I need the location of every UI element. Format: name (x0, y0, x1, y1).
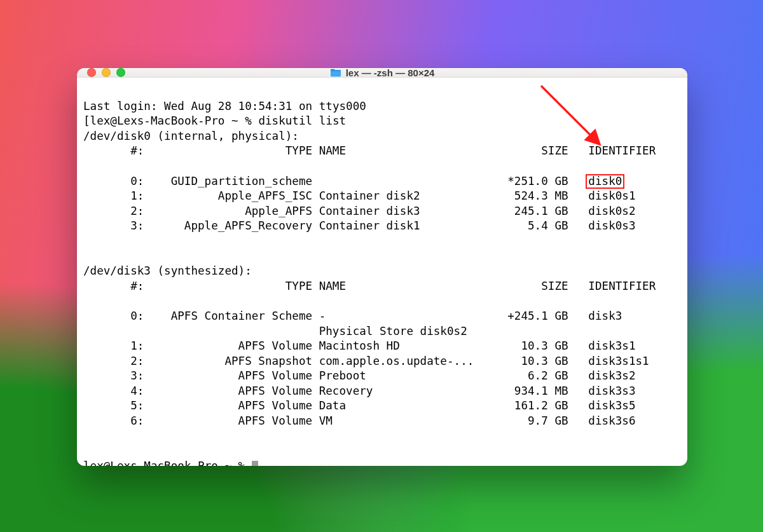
table-row: 3:Apple_APFS_RecoveryContainer disk15.4 … (83, 219, 681, 234)
blank-line (83, 250, 90, 263)
shell-prompt: [lex@Lexs-MacBook-Pro ~ % diskutil list (83, 114, 346, 127)
row-type: APFS Volume (144, 384, 312, 399)
row-index: 5: (104, 399, 144, 414)
row-size: *251.0 GB (501, 174, 568, 189)
row-identifier: disk3s6 (568, 414, 636, 429)
row-type: APFS Snapshot (144, 354, 312, 369)
row-identifier (568, 324, 589, 339)
row-identifier: disk3s3 (568, 384, 636, 399)
table-row: 4:APFS VolumeRecovery934.1 MBdisk3s3 (83, 384, 681, 399)
row-size: 10.3 GB (501, 339, 568, 354)
cursor (252, 461, 259, 466)
row-type: Apple_APFS (144, 204, 312, 219)
annotation-highlight: disk0 (586, 174, 624, 189)
row-name: Container disk2 (312, 189, 501, 204)
shell-prompt-current[interactable]: lex@Lexs-MacBook-Pro ~ % (83, 460, 258, 466)
last-login-line: Last login: Wed Aug 28 10:54:31 on ttys0… (83, 100, 366, 113)
row-type: Apple_APFS_Recovery (144, 219, 312, 234)
row-index: 0: (104, 174, 144, 189)
row-identifier: disk0 (568, 174, 622, 189)
row-identifier: disk3s1 (568, 339, 636, 354)
row-identifier: disk3s5 (568, 399, 636, 414)
table-row: 3:APFS VolumePreboot6.2 GBdisk3s2 (83, 369, 681, 384)
row-identifier: disk3s2 (568, 369, 636, 384)
row-size (501, 324, 568, 339)
row-size: +245.1 GB (501, 309, 568, 324)
row-size: 161.2 GB (501, 399, 568, 414)
table-row: 2:Apple_APFSContainer disk3245.1 GBdisk0… (83, 204, 681, 219)
table-header-row: #:TYPENAMESIZEIDENTIFIER (83, 144, 681, 159)
row-type: Apple_APFS_ISC (144, 189, 312, 204)
row-index: 6: (104, 414, 144, 429)
row-index (104, 324, 144, 339)
row-index: 0: (104, 309, 144, 324)
row-index: 2: (104, 354, 144, 369)
row-type: GUID_partition_scheme (144, 174, 312, 189)
row-name: - (312, 309, 501, 324)
row-type: APFS Volume (144, 339, 312, 354)
row-name: Physical Store disk0s2 (312, 324, 501, 339)
table-row: 5:APFS VolumeData161.2 GBdisk3s5 (83, 399, 681, 414)
annotation-arrow (535, 81, 611, 151)
row-index: 1: (104, 189, 144, 204)
row-type: APFS Volume (144, 369, 312, 384)
row-name: Preboot (312, 369, 501, 384)
minimize-button[interactable] (102, 68, 111, 77)
close-button[interactable] (87, 68, 96, 77)
svg-line-0 (541, 86, 598, 143)
row-type: APFS Volume (144, 399, 312, 414)
table-row: 0:GUID_partition_scheme*251.0 GBdisk0 (83, 174, 681, 189)
row-size: 6.2 GB (501, 369, 568, 384)
terminal-output[interactable]: Last login: Wed Aug 28 10:54:31 on ttys0… (77, 78, 687, 466)
row-type: APFS Volume (144, 414, 312, 429)
disk3-header: /dev/disk3 (synthesized): (83, 264, 252, 277)
row-name: Container disk1 (312, 219, 501, 234)
window-titlebar[interactable]: lex — -zsh — 80×24 (77, 68, 687, 78)
row-name (312, 174, 501, 189)
disk0-header: /dev/disk0 (internal, physical): (83, 130, 299, 142)
row-index: 3: (104, 369, 144, 384)
row-index: 3: (104, 219, 144, 234)
row-name: Recovery (312, 384, 501, 399)
row-identifier: disk3s1s1 (568, 354, 649, 369)
row-size: 9.7 GB (501, 414, 568, 429)
row-size: 245.1 GB (501, 204, 568, 219)
row-type: APFS Container Scheme (144, 309, 312, 324)
row-name: Container disk3 (312, 204, 501, 219)
row-index: 2: (104, 204, 144, 219)
terminal-window: lex — -zsh — 80×24 Last login: Wed Aug 2… (77, 68, 687, 466)
window-title-text: lex — -zsh — 80×24 (346, 68, 435, 78)
window-controls (77, 68, 125, 77)
table-row: 1:APFS VolumeMacintosh HD10.3 GBdisk3s1 (83, 339, 681, 354)
row-name: Macintosh HD (312, 339, 501, 354)
command-text: diskutil list (258, 114, 346, 127)
table-row: 1:Apple_APFS_ISCContainer disk2524.3 MBd… (83, 189, 681, 204)
row-name: com.apple.os.update-... (312, 354, 501, 369)
zoom-button[interactable] (116, 68, 125, 77)
row-identifier: disk3 (568, 309, 622, 324)
row-identifier: disk0s3 (568, 219, 636, 234)
table-row: Physical Store disk0s2 (83, 324, 681, 339)
table-row: 6:APFS VolumeVM9.7 GBdisk3s6 (83, 414, 681, 429)
row-index: 1: (104, 339, 144, 354)
table-row: 0:APFS Container Scheme-+245.1 GBdisk3 (83, 309, 681, 324)
row-identifier: disk0s2 (568, 204, 636, 219)
row-identifier: disk0s1 (568, 189, 636, 204)
row-size: 10.3 GB (501, 354, 568, 369)
folder-icon (330, 68, 341, 78)
row-type (144, 324, 312, 339)
row-index: 4: (104, 384, 144, 399)
blank-line (83, 444, 90, 457)
row-size: 524.3 MB (501, 189, 568, 204)
table-header-row: #:TYPENAMESIZEIDENTIFIER (83, 279, 681, 294)
window-title: lex — -zsh — 80×24 (77, 68, 687, 78)
row-name: VM (312, 414, 501, 429)
row-name: Data (312, 399, 501, 414)
row-size: 934.1 MB (501, 384, 568, 399)
table-row: 2:APFS Snapshotcom.apple.os.update-...10… (83, 354, 681, 369)
row-size: 5.4 GB (501, 219, 568, 234)
